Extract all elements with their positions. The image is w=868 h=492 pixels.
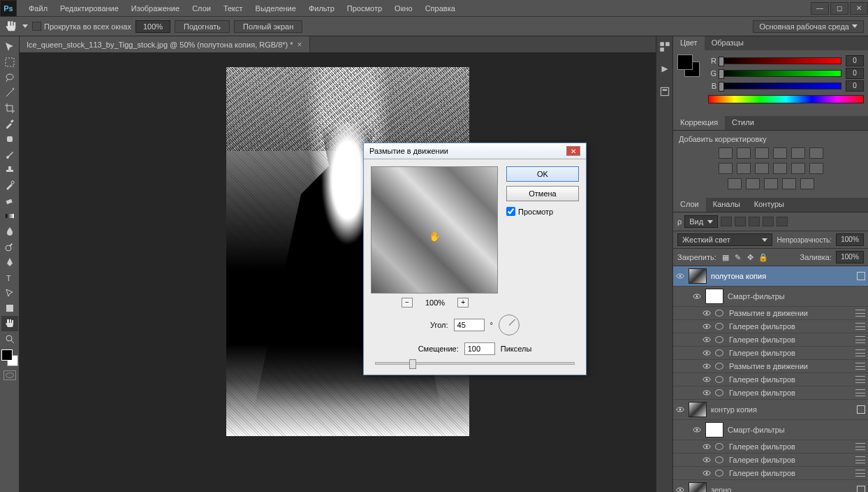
- filter-image-icon[interactable]: [721, 217, 732, 226]
- adj-bw-icon[interactable]: [719, 163, 733, 174]
- workspace-switcher[interactable]: Основная рабочая среда: [753, 20, 864, 33]
- tab-styles[interactable]: Стили: [725, 116, 761, 130]
- move-tool[interactable]: [1, 39, 18, 55]
- channel-g-value[interactable]: 0: [846, 68, 864, 79]
- opacity-field[interactable]: 100%: [836, 233, 864, 246]
- angle-input[interactable]: [454, 319, 485, 331]
- dodge-tool[interactable]: [1, 239, 18, 254]
- stamp-tool[interactable]: [1, 162, 18, 178]
- visibility-toggle-icon[interactable]: [703, 309, 711, 317]
- layer-item[interactable]: Галерея фильтров: [673, 454, 868, 467]
- lasso-tool[interactable]: [1, 70, 18, 85]
- layer-item[interactable]: полутона копия: [673, 266, 868, 287]
- menu-text[interactable]: Текст: [217, 1, 249, 15]
- menu-file[interactable]: Файл: [22, 1, 54, 15]
- visibility-toggle-icon[interactable]: [703, 389, 711, 397]
- channel-b-value[interactable]: 0: [846, 80, 864, 92]
- visibility-toggle-icon[interactable]: [703, 362, 711, 370]
- adj-channelmixer-icon[interactable]: [755, 163, 769, 174]
- layer-thumbnail[interactable]: [689, 482, 707, 492]
- filter-shape-icon[interactable]: [763, 217, 774, 226]
- heal-tool[interactable]: [1, 131, 18, 147]
- adj-selectivecolor-icon[interactable]: [764, 178, 778, 189]
- filter-blending-options-icon[interactable]: [855, 323, 865, 330]
- window-restore-button[interactable]: ◻: [830, 2, 848, 15]
- history-brush-tool[interactable]: [1, 178, 18, 193]
- visibility-toggle-icon[interactable]: [676, 486, 684, 492]
- layer-item[interactable]: контур копия: [673, 400, 868, 420]
- quick-mask-toggle[interactable]: [3, 370, 16, 380]
- channel-r-value[interactable]: 0: [846, 55, 864, 66]
- adj-exposure-icon[interactable]: [773, 147, 787, 159]
- fill-field[interactable]: 100%: [836, 251, 864, 263]
- layer-item[interactable]: Галерея фильтров: [673, 320, 868, 333]
- menu-image[interactable]: Изображение: [125, 1, 186, 15]
- dialog-close-button[interactable]: ✕: [566, 146, 580, 156]
- menu-filter[interactable]: Фильтр: [302, 1, 341, 15]
- filter-blending-options-icon[interactable]: [855, 443, 865, 450]
- layer-item[interactable]: Смарт-фильтры: [673, 420, 868, 440]
- visibility-toggle-icon[interactable]: [703, 349, 711, 357]
- layer-item[interactable]: зерно: [673, 480, 868, 492]
- foreground-background-swatch[interactable]: [677, 55, 700, 77]
- filter-adj-icon[interactable]: [735, 217, 746, 226]
- tab-adjustments[interactable]: Коррекция: [673, 116, 725, 130]
- adj-levels-icon[interactable]: [737, 147, 751, 159]
- adj-curves-icon[interactable]: [755, 147, 769, 159]
- menu-layers[interactable]: Слои: [186, 1, 217, 15]
- layer-item[interactable]: Галерея фильтров: [673, 467, 868, 480]
- offset-slider[interactable]: [375, 362, 575, 365]
- adj-hue-icon[interactable]: [809, 147, 823, 159]
- filter-blending-options-icon[interactable]: [855, 376, 865, 383]
- lock-pixels-icon[interactable]: ✎: [733, 252, 743, 262]
- color-spectrum[interactable]: [708, 95, 864, 103]
- adj-threshold-icon[interactable]: [728, 178, 742, 189]
- visibility-toggle-icon[interactable]: [676, 405, 684, 414]
- visibility-toggle-icon[interactable]: [703, 322, 711, 331]
- pen-tool[interactable]: [1, 254, 18, 270]
- layer-item[interactable]: Галерея фильтров: [673, 373, 868, 386]
- window-minimize-button[interactable]: —: [811, 2, 829, 15]
- color-swatches[interactable]: [1, 349, 18, 366]
- zoom-field[interactable]: 100%: [135, 20, 170, 33]
- filter-blending-options-icon[interactable]: [855, 389, 865, 396]
- zoom-out-button[interactable]: −: [402, 298, 413, 308]
- tab-color[interactable]: Цвет: [673, 36, 705, 50]
- filter-blending-options-icon[interactable]: [855, 470, 865, 477]
- eyedropper-tool[interactable]: [1, 116, 18, 131]
- tab-swatches[interactable]: Образцы: [705, 36, 751, 50]
- channel-r-slider[interactable]: [721, 57, 841, 64]
- close-icon[interactable]: ×: [297, 40, 302, 50]
- filter-smart-icon[interactable]: [777, 217, 788, 226]
- menu-view[interactable]: Просмотр: [341, 1, 388, 15]
- visibility-toggle-icon[interactable]: [703, 335, 711, 344]
- lock-transparency-icon[interactable]: ▦: [721, 252, 730, 262]
- blend-mode-select[interactable]: Жесткий свет: [677, 233, 772, 246]
- adj-more1-icon[interactable]: [782, 178, 796, 189]
- visibility-toggle-icon[interactable]: [676, 272, 684, 280]
- preview-checkbox[interactable]: Просмотр: [506, 207, 579, 216]
- wand-tool[interactable]: [1, 85, 18, 101]
- visibility-toggle-icon[interactable]: [703, 456, 711, 464]
- actions-panel-icon[interactable]: [659, 63, 671, 75]
- ok-button[interactable]: OK: [506, 166, 579, 182]
- blur-tool[interactable]: [1, 224, 18, 239]
- dialog-preview[interactable]: ✋: [371, 166, 498, 294]
- lock-position-icon[interactable]: ✥: [746, 252, 756, 262]
- window-close-button[interactable]: ✕: [850, 2, 868, 15]
- history-panel-icon[interactable]: [659, 41, 671, 53]
- layer-item[interactable]: Размытие в движении: [673, 360, 868, 373]
- adj-invert-icon[interactable]: [791, 163, 805, 174]
- offset-input[interactable]: [464, 342, 495, 355]
- layer-item[interactable]: Галерея фильтров: [673, 333, 868, 347]
- layer-filter-select[interactable]: Вид: [684, 215, 718, 228]
- visibility-toggle-icon[interactable]: [703, 375, 711, 384]
- properties-panel-icon[interactable]: [659, 85, 671, 98]
- tab-layers[interactable]: Слои: [673, 198, 706, 212]
- channel-b-slider[interactable]: [721, 82, 841, 89]
- layer-item[interactable]: Галерея фильтров: [673, 440, 868, 454]
- layer-thumbnail[interactable]: [689, 402, 707, 417]
- visibility-toggle-icon[interactable]: [693, 426, 701, 434]
- brush-tool[interactable]: [1, 147, 18, 162]
- menu-help[interactable]: Справка: [419, 1, 462, 15]
